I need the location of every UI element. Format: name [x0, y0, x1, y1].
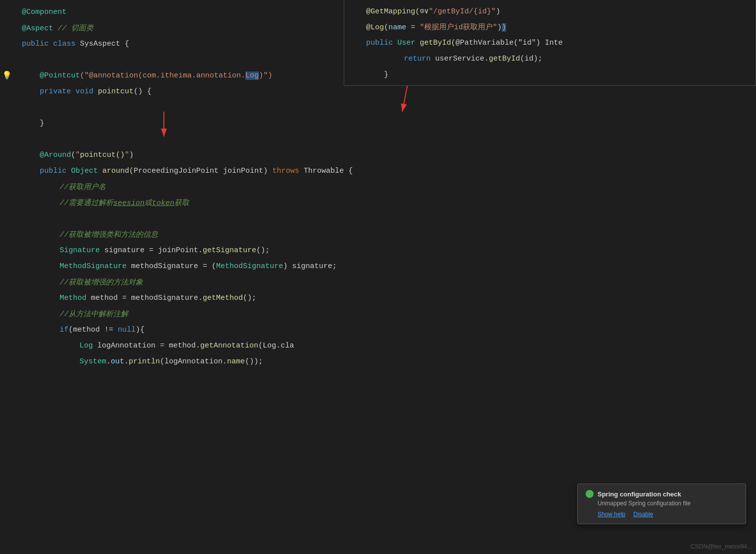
line-comment-3: //获取被增强类和方法的信息	[0, 226, 756, 242]
content-comment-3: //获取被增强类和方法的信息	[20, 230, 756, 239]
aspect-spaces	[53, 24, 58, 33]
brace-close-1: }	[40, 119, 44, 128]
private-kw: private	[40, 87, 71, 96]
tp-line-1: @GetMapping(⊙∨"/getById/{id}")	[344, 3, 756, 19]
public-kw-1: public	[22, 40, 49, 48]
tp-user-type: User	[397, 39, 415, 47]
notification-header: Spring configuration check	[586, 490, 738, 498]
tp-getbyid-method: getById	[420, 39, 451, 47]
line-loganno: Log logAnnotation = method.getAnnotation…	[0, 338, 756, 353]
method-var: method = methodSignature.	[86, 294, 203, 302]
linenum-pointcut: 💡	[0, 70, 20, 80]
content-loganno: Log logAnnotation = method.getAnnotation…	[20, 342, 756, 350]
component-annotation: @Component	[22, 8, 67, 16]
watermark: CSDN@leo_messi94...	[690, 543, 752, 550]
object-type: Object	[71, 167, 98, 175]
tp-line-content-5: }	[364, 70, 756, 79]
around-annotation: @Around	[40, 151, 71, 159]
line-brace-1: }	[0, 115, 756, 131]
comment-session: //需要通过解析seesion或token获取	[60, 199, 189, 208]
around-str: "pointcut()"	[76, 151, 129, 159]
pointcut-annotation: @Pointcut	[40, 71, 80, 80]
tp-line-4: return userService.getById(id);	[344, 51, 756, 67]
tp-string-2: "根据用户id获取用户"	[420, 23, 497, 32]
methodsig-type: MethodSignature	[60, 262, 127, 271]
tp-line-2: @Log(name = "根据用户id获取用户"))	[344, 19, 756, 35]
line-comment-4: //获取被增强的方法对象	[0, 274, 756, 290]
content-empty-3	[20, 135, 756, 143]
tp-symbol: ⊙∨	[420, 7, 429, 16]
comment-methodobj: //获取被增强的方法对象	[60, 278, 143, 287]
line-comment-1: //获取用户名	[0, 179, 756, 195]
bulb-icon: 💡	[2, 71, 12, 80]
sp-2	[71, 87, 76, 96]
tp-close: )	[497, 23, 502, 32]
msig-var: methodSignature = (	[127, 262, 216, 271]
tp-paren2: (	[384, 23, 388, 32]
out-field: out	[111, 357, 124, 366]
line-methodsig: MethodSignature methodSignature = (Metho…	[0, 258, 756, 274]
tp-sig: (@PathVariable("id") Inte	[451, 39, 563, 47]
methodsig-cast: MethodSignature	[216, 262, 283, 271]
content-comment-5: //从方法中解析注解	[20, 309, 756, 319]
getsig-method: getSignature	[203, 246, 256, 255]
disable-link[interactable]: Disable	[633, 511, 653, 518]
tp-public-kw: public	[366, 39, 393, 47]
class-name: SysAspect {	[76, 40, 129, 48]
line-println: System.out.println(logAnnotation.name())…	[0, 353, 756, 369]
loganno-args: (Log.cla	[258, 342, 294, 350]
tp-string-1: "/getById/{id}"	[429, 7, 496, 16]
pointcut-str-open: ("@annotation(com.itheima.annotation.Log…	[80, 71, 272, 80]
tp-line-content-4: return userService.getById(id);	[364, 55, 756, 63]
println-args: (logAnnotation.	[160, 357, 227, 366]
tp-sp1	[393, 39, 397, 47]
notification-panel: Spring configuration check Unmapped Spri…	[577, 484, 746, 524]
sp-5	[98, 167, 102, 175]
throwable: Throwable {	[299, 167, 353, 175]
sp-3	[93, 87, 98, 96]
main-code-area: @GetMapping(⊙∨"/getById/{id}") @Log(name…	[0, 0, 756, 554]
null-kw: null	[118, 326, 136, 334]
content-around-ann: @Around("pointcut()")	[20, 151, 756, 159]
msig-semi: ) signature;	[283, 262, 337, 271]
line-if: if(method != null){	[0, 322, 756, 338]
method-semi: ();	[243, 294, 256, 302]
top-panel: @GetMapping(⊙∨"/getById/{id}") @Log(name…	[344, 0, 756, 86]
void-kw: void	[76, 87, 93, 96]
if-kw: if	[60, 326, 69, 334]
comment-classinfo: //获取被增强类和方法的信息	[60, 231, 158, 239]
tp-paren: )	[496, 7, 500, 16]
content-around-method: public Object around(ProceedingJoinPoint…	[20, 167, 756, 175]
loganno-var: logAnnotation = method.	[93, 342, 200, 350]
getanno-method: getAnnotation	[200, 342, 258, 350]
around-paren-open: (	[71, 151, 76, 159]
content-empty-2	[20, 103, 756, 112]
println-close: ());	[245, 357, 263, 366]
tp-cursor: )	[502, 23, 506, 32]
content-signature: Signature signature = joinPoint.getSigna…	[20, 246, 756, 255]
line-comment-2: //需要通过解析seesion或token获取	[0, 195, 756, 210]
log-annotation: @Log	[366, 23, 384, 32]
content-brace-1: }	[20, 119, 756, 128]
around-paren-close: )	[129, 151, 134, 159]
pointcut-method-name: pointcut	[98, 87, 134, 96]
tp-line-5: }	[344, 67, 756, 82]
println-method: println	[129, 357, 160, 366]
line-around-method: public Object around(ProceedingJoinPoint…	[0, 163, 756, 179]
sig-semi: ();	[256, 246, 270, 255]
throws-keyword: throws	[272, 167, 299, 175]
tp-line-content-3: public User getById(@PathVariable("id") …	[364, 39, 756, 47]
pointcut-sig: () {	[134, 87, 151, 96]
getmethod-call: getMethod	[203, 294, 243, 302]
tp-line-content-1: @GetMapping(⊙∨"/getById/{id}")	[364, 6, 756, 16]
sig-var: signature = joinPoint.	[100, 246, 203, 255]
line-empty-4	[0, 210, 756, 226]
around-method-name: around	[102, 167, 129, 175]
editor-container: @GetMapping(⊙∨"/getById/{id}") @Log(name…	[0, 0, 756, 554]
line-empty-3	[0, 131, 756, 147]
tp-userservice: userService.	[431, 55, 489, 63]
tp-brace-close: }	[384, 70, 388, 79]
content-if: if(method != null){	[20, 326, 756, 334]
show-help-link[interactable]: Show help	[598, 511, 625, 518]
tp-sp2	[415, 39, 420, 47]
